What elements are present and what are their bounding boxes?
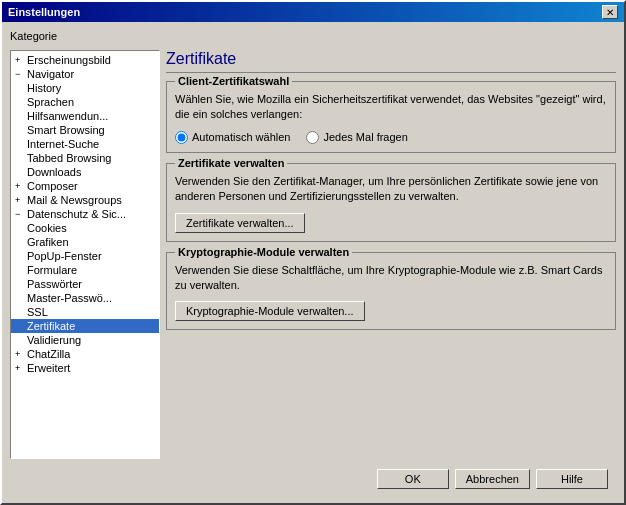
close-button[interactable]: ✕	[602, 5, 618, 19]
sidebar-label-hilfsanwendungen: Hilfsanwendun...	[27, 110, 108, 122]
sidebar-label-grafiken: Grafiken	[27, 236, 69, 248]
window-content: Kategorie +Erscheinungsbild−NavigatorHis…	[2, 22, 624, 503]
ok-button[interactable]: OK	[377, 469, 449, 489]
manage-certs-group: Zertifikate verwalten Verwenden Sie den …	[166, 163, 616, 242]
sidebar-item-cookies[interactable]: Cookies	[11, 221, 159, 235]
sidebar-item-navigator[interactable]: −Navigator	[11, 67, 159, 81]
client-cert-title: Client-Zertifikatswahl	[175, 75, 292, 87]
sidebar-label-smart-browsing: Smart Browsing	[27, 124, 105, 136]
sidebar-item-downloads[interactable]: Downloads	[11, 165, 159, 179]
sidebar-item-formulare[interactable]: Formulare	[11, 263, 159, 277]
client-cert-group: Client-Zertifikatswahl Wählen Sie, wie M…	[166, 81, 616, 153]
sidebar-item-master-passwort[interactable]: Master-Passwö...	[11, 291, 159, 305]
sidebar-tree[interactable]: +Erscheinungsbild−NavigatorHistorySprach…	[10, 50, 160, 459]
sidebar-item-popup-fenster[interactable]: PopUp-Fenster	[11, 249, 159, 263]
sidebar-item-erscheinungsbild[interactable]: +Erscheinungsbild	[11, 53, 159, 67]
sidebar-item-composer[interactable]: +Composer	[11, 179, 159, 193]
settings-window: Einstellungen ✕ Kategorie +Erscheinungsb…	[0, 0, 626, 505]
sidebar-item-validierung[interactable]: Validierung	[11, 333, 159, 347]
manage-certs-content: Verwenden Sie den Zertifikat-Manager, um…	[175, 174, 607, 233]
expand-icon-navigator: −	[15, 69, 25, 79]
radio-auto[interactable]: Automatisch wählen	[175, 131, 290, 144]
help-button[interactable]: Hilfe	[536, 469, 608, 489]
crypto-modules-group: Kryptographie-Module verwalten Verwenden…	[166, 252, 616, 331]
sidebar-item-chatzilla[interactable]: +ChatZilla	[11, 347, 159, 361]
manage-certs-button[interactable]: Zertifikate verwalten...	[175, 213, 305, 233]
radio-auto-input[interactable]	[175, 131, 188, 144]
expand-icon-composer: +	[15, 181, 25, 191]
window-title: Einstellungen	[8, 6, 80, 18]
sidebar-item-passwoerter[interactable]: Passwörter	[11, 277, 159, 291]
sidebar-item-tabbed-browsing[interactable]: Tabbed Browsing	[11, 151, 159, 165]
main-area: +Erscheinungsbild−NavigatorHistorySprach…	[10, 50, 616, 459]
radio-group: Automatisch wählen Jedes Mal fragen	[175, 131, 607, 144]
sidebar-label-popup-fenster: PopUp-Fenster	[27, 250, 102, 262]
sidebar-label-validierung: Validierung	[27, 334, 81, 346]
sidebar-item-grafiken[interactable]: Grafiken	[11, 235, 159, 249]
sidebar-label-navigator: Navigator	[27, 68, 74, 80]
sidebar-label-erweitert: Erweitert	[27, 362, 70, 374]
sidebar-label-master-passwort: Master-Passwö...	[27, 292, 112, 304]
radio-ask-label: Jedes Mal fragen	[323, 131, 407, 143]
right-panel: Zertifikate Client-Zertifikatswahl Wähle…	[166, 50, 616, 459]
expand-icon-erscheinungsbild: +	[15, 55, 25, 65]
sidebar-item-zertifikate[interactable]: Zertifikate	[11, 319, 159, 333]
panel-title: Zertifikate	[166, 50, 616, 73]
sidebar-label-datenschutz: Datenschutz & Sic...	[27, 208, 126, 220]
category-label: Kategorie	[10, 30, 616, 42]
sidebar-item-sprachen[interactable]: Sprachen	[11, 95, 159, 109]
crypto-modules-content: Verwenden Sie diese Schaltfläche, um Ihr…	[175, 263, 607, 322]
sidebar-label-history: History	[27, 82, 61, 94]
sidebar-label-internet-suche: Internet-Suche	[27, 138, 99, 150]
sidebar-label-downloads: Downloads	[27, 166, 81, 178]
sidebar-item-mail-newsgroups[interactable]: +Mail & Newsgroups	[11, 193, 159, 207]
bottom-buttons: OK Abbrechen Hilfe	[10, 465, 616, 495]
expand-icon-erweitert: +	[15, 363, 25, 373]
sidebar-label-sprachen: Sprachen	[27, 96, 74, 108]
sidebar-label-ssl: SSL	[27, 306, 48, 318]
cancel-button[interactable]: Abbrechen	[455, 469, 530, 489]
titlebar: Einstellungen ✕	[2, 2, 624, 22]
sidebar-item-erweitert[interactable]: +Erweitert	[11, 361, 159, 375]
sidebar-item-history[interactable]: History	[11, 81, 159, 95]
sidebar-label-erscheinungsbild: Erscheinungsbild	[27, 54, 111, 66]
manage-certs-description: Verwenden Sie den Zertifikat-Manager, um…	[175, 174, 607, 205]
client-cert-content: Wählen Sie, wie Mozilla ein Sicherheitsz…	[175, 92, 607, 144]
expand-icon-chatzilla: +	[15, 349, 25, 359]
sidebar-label-formulare: Formulare	[27, 264, 77, 276]
expand-icon-mail-newsgroups: +	[15, 195, 25, 205]
radio-ask[interactable]: Jedes Mal fragen	[306, 131, 407, 144]
client-cert-description: Wählen Sie, wie Mozilla ein Sicherheitsz…	[175, 92, 607, 123]
sidebar-label-composer: Composer	[27, 180, 78, 192]
crypto-modules-button[interactable]: Kryptographie-Module verwalten...	[175, 301, 365, 321]
expand-icon-datenschutz: −	[15, 209, 25, 219]
radio-ask-input[interactable]	[306, 131, 319, 144]
sidebar-label-tabbed-browsing: Tabbed Browsing	[27, 152, 111, 164]
sidebar-item-smart-browsing[interactable]: Smart Browsing	[11, 123, 159, 137]
sidebar-label-cookies: Cookies	[27, 222, 67, 234]
sidebar-item-internet-suche[interactable]: Internet-Suche	[11, 137, 159, 151]
crypto-modules-title: Kryptographie-Module verwalten	[175, 246, 352, 258]
sidebar-label-mail-newsgroups: Mail & Newsgroups	[27, 194, 122, 206]
sidebar-label-chatzilla: ChatZilla	[27, 348, 70, 360]
manage-certs-title: Zertifikate verwalten	[175, 157, 287, 169]
radio-auto-label: Automatisch wählen	[192, 131, 290, 143]
sidebar-label-zertifikate: Zertifikate	[27, 320, 75, 332]
sidebar-label-passwoerter: Passwörter	[27, 278, 82, 290]
sidebar-item-ssl[interactable]: SSL	[11, 305, 159, 319]
sidebar-item-datenschutz[interactable]: −Datenschutz & Sic...	[11, 207, 159, 221]
crypto-modules-description: Verwenden Sie diese Schaltfläche, um Ihr…	[175, 263, 607, 294]
sidebar-item-hilfsanwendungen[interactable]: Hilfsanwendun...	[11, 109, 159, 123]
